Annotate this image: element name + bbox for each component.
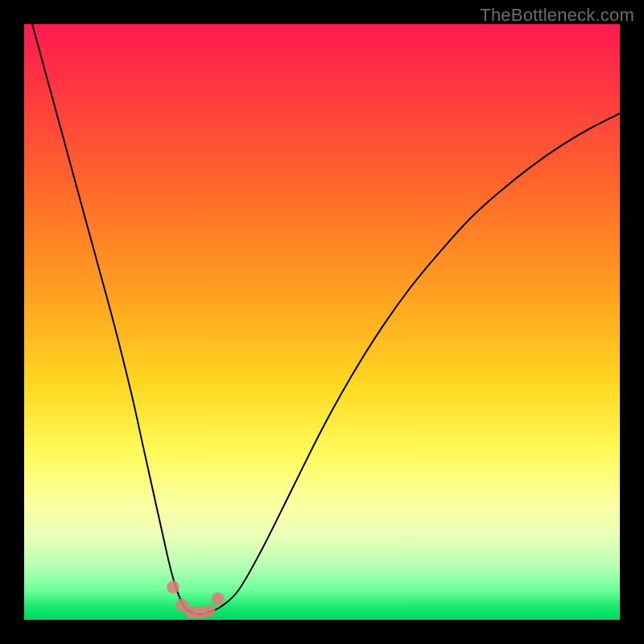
marker-dot [167, 580, 180, 593]
bottleneck-curve [24, 24, 620, 620]
watermark-label: TheBottleneck.com [480, 5, 634, 26]
marker-dot [202, 605, 215, 617]
curve-markers [167, 580, 225, 619]
plot-area [24, 24, 620, 620]
curve-path [24, 24, 620, 614]
marker-dot [212, 592, 225, 605]
